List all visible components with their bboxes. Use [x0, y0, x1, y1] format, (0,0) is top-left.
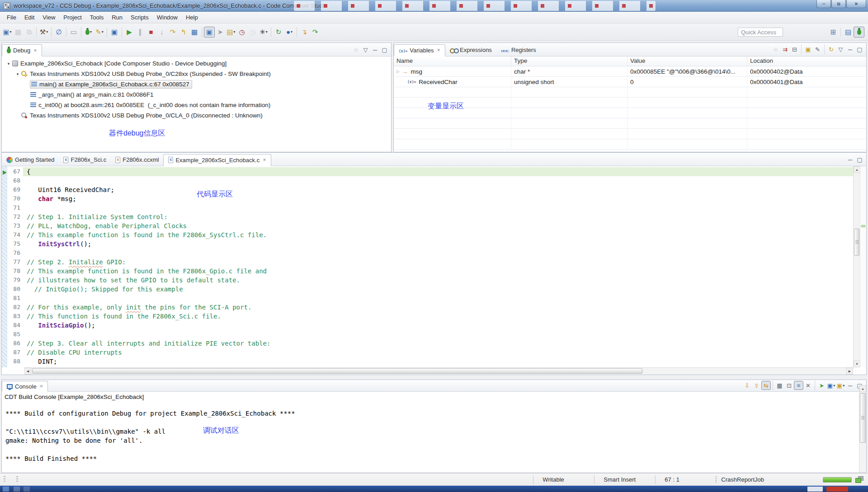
empty-table-row[interactable]: [394, 108, 866, 118]
code-line[interactable]: 68: [8, 176, 853, 185]
code-line[interactable]: 87// Disable CPU interrupts: [8, 348, 853, 357]
restore-views-button[interactable]: ▤▾: [226, 27, 236, 37]
tab-expressions[interactable]: Expressions: [445, 44, 496, 56]
word-wrap-button[interactable]: ≡: [794, 381, 803, 390]
debug-tree-item[interactable]: main() at Example_2806xSci_Echoback.c:67…: [2, 79, 391, 89]
save-console-button[interactable]: ▦: [775, 381, 784, 390]
code-line[interactable]: 86// Step 3. Clear all interrupts and in…: [8, 339, 853, 348]
close-window-button[interactable]: ✕: [846, 0, 866, 8]
restore-window-button[interactable]: ⧉: [831, 0, 846, 8]
debug-tree-item[interactable]: _args_main() at args_main.c:81 0x0086F1: [2, 89, 391, 100]
asm-step-into-button[interactable]: ↴: [299, 27, 310, 37]
code-line[interactable]: 69 Uint16 ReceivedChar;: [8, 185, 853, 194]
code-line[interactable]: 73// PLL, WatchDog, enable Peripheral Cl…: [8, 221, 853, 230]
tab-variables[interactable]: Variables✕: [394, 44, 445, 56]
view-registers-button[interactable]: ▦: [189, 27, 200, 37]
debug-tree-item[interactable]: ▾Texas Instruments XDS100v2 USB Debug Pr…: [2, 69, 391, 79]
flash-button[interactable]: ✎▾: [94, 27, 105, 37]
scroll-up-icon[interactable]: ▲: [854, 166, 860, 173]
expander-icon[interactable]: ▾: [5, 61, 12, 66]
scroll-left-icon[interactable]: ◀: [24, 368, 31, 375]
code-line[interactable]: 85: [8, 330, 853, 339]
code-line[interactable]: 76: [8, 248, 853, 258]
tab-registers[interactable]: Registers: [496, 44, 541, 56]
console-scrollbar[interactable]: ▲: [859, 385, 866, 473]
debug-launch-button[interactable]: ▾: [83, 27, 94, 37]
code-line[interactable]: 72// Step 1. Initialize System Control:: [8, 212, 853, 221]
resume-button[interactable]: ▶: [124, 27, 135, 37]
profile-clock-button[interactable]: ◷: [236, 27, 247, 37]
suspend-button[interactable]: ∥: [135, 27, 146, 37]
refresh-button[interactable]: ↻: [826, 45, 836, 54]
minimize-button[interactable]: ─: [370, 45, 380, 54]
pin-console-button[interactable]: ➤: [817, 381, 826, 390]
show-stdout-button[interactable]: ⇩: [742, 381, 752, 390]
close-tab-icon[interactable]: ✕: [33, 48, 37, 53]
tab-example-2806xsci-echoback-c[interactable]: Example_2806xSci_Echoback.c✕: [163, 154, 271, 166]
background-jobs-icon[interactable]: [855, 476, 863, 483]
maximize-button[interactable]: ▢: [380, 45, 389, 54]
expander-icon[interactable]: ▾: [14, 72, 21, 76]
view-menu-button[interactable]: ▽: [836, 45, 845, 54]
code-line[interactable]: 71: [8, 203, 853, 212]
maximize-button[interactable]: ▢: [855, 45, 864, 54]
asm-step-over-button[interactable]: ↷: [310, 27, 321, 37]
code-line[interactable]: 78// This example function is found in t…: [8, 267, 853, 276]
step-return-button[interactable]: ↰: [178, 27, 189, 37]
scroll-lock-button[interactable]: ⊡: [784, 381, 794, 390]
empty-table-row[interactable]: [394, 139, 866, 150]
add-globals-button[interactable]: ⇉: [780, 45, 790, 54]
code-line[interactable]: 77// Step 2. Initalize GPIO:: [8, 258, 853, 267]
editor-vscroll-thumb[interactable]: [854, 229, 859, 256]
close-tab-icon[interactable]: ✕: [263, 158, 266, 162]
source-lookup-button[interactable]: ▭: [68, 27, 79, 37]
auto-switch-button[interactable]: ⇆: [761, 381, 771, 390]
menu-tools[interactable]: Tools: [86, 13, 108, 22]
minimize-button[interactable]: ─: [845, 45, 855, 54]
selected-stack-frame[interactable]: main() at Example_2806xSci_Echoback.c:67…: [30, 80, 192, 89]
show-console-button[interactable]: ▣: [109, 27, 120, 37]
debug-tree-item[interactable]: ▾Example_2806xSci_Echoback [Code Compose…: [2, 58, 391, 69]
show-stderr-button[interactable]: ⇧: [752, 381, 761, 390]
menu-window[interactable]: Window: [153, 13, 182, 22]
editor-horizontal-scrollbar[interactable]: ◀ ▶: [24, 367, 853, 375]
new-button[interactable]: ▣▾: [2, 27, 13, 37]
ccs-debug-perspective-button[interactable]: [854, 27, 864, 37]
column-location[interactable]: Location: [747, 56, 866, 66]
connect-target-button[interactable]: ∅: [53, 27, 64, 37]
show-debug-view-button[interactable]: ▣: [204, 27, 215, 37]
code-line[interactable]: 75 InitSysCtrl();: [8, 239, 853, 248]
menu-edit[interactable]: Edit: [20, 13, 38, 22]
display-console-button[interactable]: ▣▾: [826, 381, 836, 390]
quick-access-input[interactable]: Quick Access: [738, 28, 783, 37]
code-line[interactable]: 74// This example function is found in t…: [8, 230, 853, 239]
code-editor[interactable]: 67{6869 Uint16 ReceivedChar;70 char *msg…: [2, 166, 866, 375]
expander-icon[interactable]: ▷: [396, 69, 402, 74]
empty-table-row[interactable]: [394, 98, 866, 108]
open-perspective-button[interactable]: ⊞: [828, 27, 839, 37]
edit-expression-button[interactable]: ✎: [813, 45, 822, 54]
clear-console-button[interactable]: ✕: [803, 381, 813, 390]
target-config-button[interactable]: ●▾: [284, 27, 295, 37]
close-tab-icon[interactable]: ✕: [40, 384, 43, 389]
column-type[interactable]: Type: [511, 56, 627, 66]
debug-tree-item[interactable]: Texas Instruments XDS100v2 USB Debug Pro…: [2, 110, 391, 121]
minimize-window-button[interactable]: ─: [816, 0, 831, 8]
menu-scripts[interactable]: Scripts: [127, 13, 153, 22]
minimize-button[interactable]: ─: [845, 381, 855, 390]
overview-marker[interactable]: [861, 225, 865, 227]
scroll-down-icon[interactable]: ▼: [854, 361, 860, 367]
pin-context-button[interactable]: ➤: [215, 27, 226, 37]
new-expression-button[interactable]: ▣: [803, 45, 813, 54]
step-into-button[interactable]: ↓: [156, 27, 167, 37]
tab-getting-started[interactable]: Getting Started: [2, 154, 59, 166]
empty-table-row[interactable]: [394, 118, 866, 129]
tab-f2806x-sci-c[interactable]: F2806x_Sci.c: [59, 154, 111, 166]
menu-file[interactable]: File: [3, 13, 20, 22]
column-name[interactable]: Name: [394, 56, 511, 66]
menu-help[interactable]: Help: [182, 13, 202, 22]
editor-vertical-scrollbar[interactable]: ▲ ▼: [853, 166, 860, 367]
tab-f2806x-ccxml[interactable]: F2806x.ccxml: [111, 154, 163, 166]
step-over-button[interactable]: ↷: [167, 27, 178, 37]
ccs-edit-perspective-button[interactable]: ▤: [843, 27, 854, 37]
